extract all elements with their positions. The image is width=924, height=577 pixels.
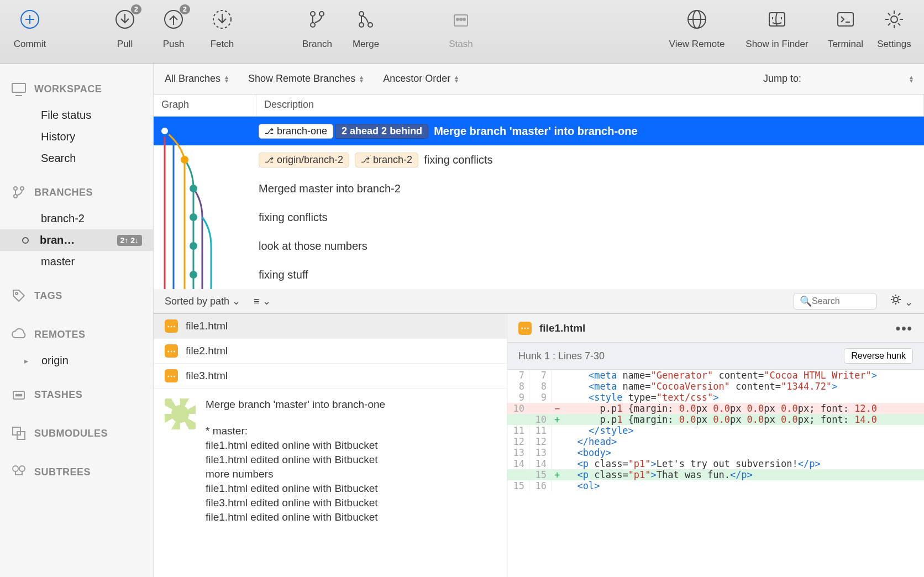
diff-line[interactable]: 10+ p.p1 {margin: 0.0px 0.0px 0.0px 0.0p… [507,414,924,425]
diff-view[interactable]: 77 <meta name="Generator" content="Cocoa… [507,370,924,577]
diff-sign [552,392,563,403]
stash-icon [449,8,473,31]
commit-message: look at those numbers [259,240,368,253]
subtrees-header[interactable]: SUBTREES [0,464,153,487]
file-row[interactable]: ⋯file2.html [154,339,507,364]
filter-branches[interactable]: All Branches▴▾ [165,73,228,85]
sort-selector[interactable]: Sorted by path ⌄ [165,295,240,307]
commit-row[interactable]: Merged master into branch-2 [154,174,924,203]
diff-settings-button[interactable]: ⌄ [890,293,913,308]
push-badge: 2 [180,4,190,14]
branches-header[interactable]: BRANCHES [0,185,153,208]
tags-header[interactable]: TAGS [0,288,153,311]
branches-title: BRANCHES [34,187,93,198]
commit-list: ⎇ branch-one2 ahead 2 behind Merge branc… [154,117,924,289]
remotes-title: REMOTES [34,329,86,340]
diff-sign: − [552,403,563,414]
svg-point-16 [456,18,459,20]
sidebar-branch-item[interactable]: branch-2 [0,208,153,229]
diff-line[interactable]: 10− p.p1 {margin: 0.0px 0.0px 0.0px 0.0p… [507,403,924,414]
ahead-behind-badge: 2 ahead 2 behind [335,124,428,139]
diff-code: <meta name="CocoaVersion" content="1344.… [563,381,924,392]
svg-point-17 [460,18,462,20]
more-actions-button[interactable]: ••• [896,321,913,336]
merge-button[interactable]: Merge [342,8,390,50]
diff-search[interactable]: 🔍 [794,293,876,310]
view-remote-label: View Remote [669,39,725,50]
sidebar-branch-item[interactable]: bran…2↑ 2↓ [0,229,153,251]
filter-remote[interactable]: Show Remote Branches▴▾ [248,73,363,85]
settings-button[interactable]: Settings [870,8,918,50]
workspace-header[interactable]: WORKSPACE [0,81,153,104]
diff-line[interactable]: 1212 </head> [507,436,924,447]
workspace-title: WORKSPACE [34,83,102,95]
stashes-header[interactable]: STASHES [0,387,153,410]
commit-row[interactable]: ⎇ origin/branch-2⎇ branch-2 fixing confl… [154,145,924,174]
fetch-button[interactable]: Fetch [198,8,246,50]
content-area: All Branches▴▾ Show Remote Branches▴▾ An… [154,64,924,577]
branch-ref-tag[interactable]: ⎇ origin/branch-2 [259,153,349,167]
commit-body-line: file1.html edited online with Bitbucket [206,454,385,466]
old-line-no: 10 [507,403,529,414]
diff-code: p.p1 {margin: 0.0px 0.0px 0.0px 0.0px; f… [563,414,924,425]
filter-order[interactable]: Ancestor Order▴▾ [383,73,458,85]
stash-button[interactable]: Stash [437,8,485,50]
diff-code: <p class="p1">Let's try out subversion!<… [563,458,924,469]
diff-sign [552,381,563,392]
svg-point-13 [359,23,364,27]
sidebar: WORKSPACE File status History Search BRA… [0,64,154,577]
commit-body-line: file3.html edited online with Bitbucket [206,497,385,509]
pull-button[interactable]: 2 Pull [101,8,149,50]
diff-line[interactable]: 1111 </style> [507,425,924,436]
diff-filename: file1.html [539,322,585,334]
th-graph[interactable]: Graph [154,95,256,116]
terminal-icon [834,8,857,31]
file-row[interactable]: ⋯file1.html [154,314,507,339]
diff-line[interactable]: 1414 <p class="p1">Let's try out subvers… [507,458,924,469]
sidebar-remote-origin[interactable]: ▸origin [0,350,153,371]
diff-line[interactable]: 88 <meta name="CocoaVersion" content="13… [507,381,924,392]
commit-row[interactable]: look at those numbers [154,232,924,260]
diff-line[interactable]: 77 <meta name="Generator" content="Cocoa… [507,370,924,381]
commit-row[interactable]: fixing conflicts [154,203,924,232]
diff-line[interactable]: 99 <style type="text/css"> [507,392,924,403]
commit-body-line: more numbers [206,468,385,480]
push-button[interactable]: 2 Push [149,8,198,50]
show-finder-button[interactable]: Show in Finder [733,8,821,50]
reverse-hunk-button[interactable]: Reverse hunk [844,348,913,364]
diff-line[interactable]: 1313 <body> [507,447,924,458]
diff-sign [552,447,563,458]
terminal-button[interactable]: Terminal [821,8,870,50]
push-label: Push [163,39,185,50]
diff-sign [552,458,563,469]
branch-ref-tag[interactable]: ⎇ branch-one [259,124,333,139]
file-row[interactable]: ⋯file3.html [154,364,507,389]
view-remote-button[interactable]: View Remote [661,8,733,50]
diff-line[interactable]: 15+ <p class="p1">That was fun.</p> [507,469,924,480]
sidebar-history[interactable]: History [0,126,153,148]
current-branch-indicator [22,237,29,244]
old-line-no: 15 [507,480,529,491]
old-line-no: 13 [507,447,529,458]
svg-point-10 [311,23,315,27]
commit-row[interactable]: fixing stuff [154,260,924,289]
remotes-header[interactable]: REMOTES [0,327,153,350]
commit-row[interactable]: ⎇ branch-one2 ahead 2 behind Merge branc… [154,117,924,145]
th-description[interactable]: Description [256,95,924,116]
sidebar-search[interactable]: Search [0,148,153,169]
branch-button[interactable]: Branch [293,8,342,50]
monitor-icon [11,81,27,97]
diff-line[interactable]: 1516 <ol> [507,480,924,491]
filter-jump[interactable]: Jump to:▴▾ [763,73,913,85]
svg-point-34 [18,395,20,396]
commit-button[interactable]: Commit [6,8,54,50]
pull-label: Pull [117,39,133,50]
view-mode-selector[interactable]: ≡ ⌄ [254,295,271,307]
branch-ref-tag[interactable]: ⎇ branch-2 [355,153,418,167]
commit-message: fixing conflicts [259,211,328,224]
sidebar-file-status[interactable]: File status [0,104,153,126]
sidebar-branch-item[interactable]: master [0,251,153,272]
show-finder-label: Show in Finder [746,39,808,50]
submodules-header[interactable]: SUBMODULES [0,426,153,449]
svg-point-9 [311,12,315,16]
